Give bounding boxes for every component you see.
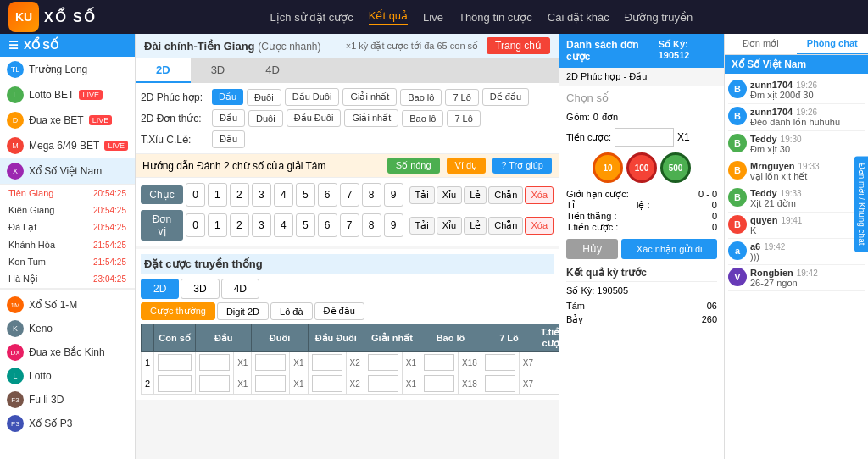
sub-item-keno[interactable]: K Keno: [0, 317, 135, 340]
tab-2d[interactable]: 2D: [136, 58, 191, 83]
dv-tai[interactable]: Tải: [409, 217, 435, 235]
chat-tab-don-moi[interactable]: Đơn mới: [725, 34, 797, 54]
chip-100[interactable]: 100: [626, 152, 657, 183]
btn-giai-nhat-ph[interactable]: Giải nhất: [342, 88, 397, 106]
trad-tab-3d[interactable]: 3D: [181, 279, 219, 299]
nav-lich-su[interactable]: Lịch sử đặt cược: [270, 11, 353, 24]
sidebar-item-lotto[interactable]: L Lotto BET LIVE: [0, 82, 135, 108]
chuc-xoa[interactable]: Xóa: [525, 186, 554, 204]
num-dv-9[interactable]: 9: [384, 213, 403, 237]
sub-item-xo-so-p3[interactable]: P3 Xổ Số P3: [0, 412, 135, 435]
sidebar-header[interactable]: ☰ XỔ SỐ: [0, 34, 135, 57]
num-dv-6[interactable]: 6: [318, 213, 337, 237]
nav-live[interactable]: Live: [423, 11, 443, 24]
num-chuc-3[interactable]: 3: [252, 183, 271, 207]
btn-so-nong[interactable]: Số nóng: [387, 158, 440, 174]
gn-input-2[interactable]: [368, 375, 398, 392]
sidebar-item-truong-long[interactable]: TL Trường Long: [0, 57, 135, 82]
trad-type-digit2d[interactable]: Digit 2D: [217, 302, 269, 320]
don-vi-label-btn[interactable]: Đơn vị: [141, 210, 183, 241]
duoi-input-2[interactable]: [255, 375, 286, 392]
sidebar-item-mega[interactable]: M Mega 6/49 BET LIVE: [0, 133, 135, 158]
trad-tab-2d[interactable]: 2D: [141, 279, 179, 299]
chuc-chan[interactable]: Chẵn: [488, 186, 523, 204]
dv-xoa[interactable]: Xóa: [525, 217, 554, 235]
tien-cuoc-input[interactable]: [615, 128, 674, 147]
btn-7-lo-dt[interactable]: 7 Lô: [447, 110, 480, 127]
num-dv-1[interactable]: 1: [208, 213, 227, 237]
gn-input-1[interactable]: [368, 354, 398, 371]
num-chuc-8[interactable]: 8: [362, 183, 381, 207]
btn-7-lo-ph[interactable]: 7 Lô: [445, 89, 478, 106]
bao-lo-input-2[interactable]: [424, 375, 454, 392]
btn-duoi-ph[interactable]: Đuôi: [247, 89, 281, 106]
btn-duoi-dt[interactable]: Đuôi: [248, 110, 283, 127]
chip-500[interactable]: 500: [660, 152, 691, 183]
trad-type-de-dau[interactable]: Đề đầu: [314, 302, 364, 320]
num-chuc-5[interactable]: 5: [296, 183, 315, 207]
btn-dau-duoi-ph[interactable]: Đầu Đuôi: [285, 88, 340, 106]
num-dv-0[interactable]: 0: [186, 213, 205, 237]
con-so-input-1[interactable]: [158, 354, 192, 371]
dau-input-2[interactable]: [199, 375, 230, 392]
lottery-item-2[interactable]: Đà Lạt 20:54:25: [0, 218, 135, 236]
7lo-input-1[interactable]: [485, 354, 515, 371]
lottery-item-3[interactable]: Khánh Hòa 21:54:25: [0, 236, 135, 253]
sub-item-fuli3d[interactable]: F3 Fu li 3D: [0, 388, 135, 412]
btn-dau-dt[interactable]: Đầu: [212, 109, 245, 127]
home-button[interactable]: Trang chủ: [487, 37, 550, 54]
chuc-le[interactable]: Lẻ: [464, 186, 487, 204]
num-chuc-1[interactable]: 1: [208, 183, 227, 207]
side-tab-vertical[interactable]: Đơn mới / Khung chat: [854, 156, 868, 252]
bao-lo-input-1[interactable]: [424, 354, 454, 371]
cancel-button[interactable]: Hủy: [566, 239, 618, 259]
num-dv-2[interactable]: 2: [230, 213, 249, 237]
num-dv-7[interactable]: 7: [340, 213, 359, 237]
btn-dau-duoi-dt[interactable]: Đầu Đuôi: [287, 109, 342, 127]
btn-bao-lo-ph[interactable]: Bao lô: [400, 89, 442, 106]
chat-tab-phong-chat[interactable]: Phòng chat: [797, 34, 869, 54]
nav-duong-truyen[interactable]: Đường truyền: [625, 11, 693, 24]
tab-3d[interactable]: 3D: [191, 58, 246, 83]
btn-vi-du[interactable]: Ví dụ: [447, 158, 487, 174]
btn-de-dau-ph[interactable]: Đề đầu: [482, 88, 529, 106]
btn-giai-nhat-dt[interactable]: Giải nhất: [344, 109, 398, 127]
nav-thong-tin[interactable]: Thông tin cược: [459, 11, 532, 24]
chuc-tai[interactable]: Tải: [409, 186, 435, 204]
sidebar-item-xo-so[interactable]: X Xổ Số Việt Nam: [0, 158, 135, 184]
tab-4d[interactable]: 4D: [245, 58, 300, 83]
trad-type-lo-da[interactable]: Lô đà: [270, 302, 313, 320]
num-dv-5[interactable]: 5: [296, 213, 315, 237]
chip-10[interactable]: 10: [593, 152, 623, 183]
trad-tab-4d[interactable]: 4D: [221, 279, 259, 299]
num-chuc-9[interactable]: 9: [384, 183, 403, 207]
num-chuc-0[interactable]: 0: [186, 183, 205, 207]
sub-item-lotto[interactable]: L Lotto: [0, 364, 135, 388]
7lo-input-2[interactable]: [485, 375, 515, 392]
trad-type-cuoc-thuong[interactable]: Cược thường: [141, 302, 215, 320]
dau-duoi-input-1[interactable]: [312, 354, 342, 371]
duoi-input-1[interactable]: [255, 354, 286, 371]
btn-dau-xiu[interactable]: Đầu: [212, 130, 245, 148]
lottery-item-4[interactable]: Kon Tum 21:54:25: [0, 253, 135, 270]
num-chuc-4[interactable]: 4: [274, 183, 293, 207]
num-dv-8[interactable]: 8: [362, 213, 381, 237]
num-chuc-2[interactable]: 2: [230, 183, 249, 207]
chuc-xiu[interactable]: Xỉu: [437, 186, 462, 204]
btn-bao-lo-dt[interactable]: Bao lô: [402, 110, 443, 127]
lottery-item-1[interactable]: Kiên Giang 20:54:25: [0, 202, 135, 218]
dv-chan[interactable]: Chẵn: [488, 217, 523, 235]
btn-tro-giup[interactable]: ? Trợ giúp: [492, 158, 552, 174]
dau-input-1[interactable]: [199, 354, 230, 371]
num-chuc-6[interactable]: 6: [318, 183, 337, 207]
con-so-input-2[interactable]: [158, 375, 192, 392]
nav-ket-qua[interactable]: Kết quả: [369, 9, 408, 25]
dv-xiu[interactable]: Xỉu: [437, 217, 462, 235]
btn-dau-ph[interactable]: Đầu: [212, 89, 243, 105]
lottery-item-0[interactable]: Tiên Giang 20:54:25: [0, 185, 135, 202]
dv-le[interactable]: Lẻ: [464, 217, 487, 235]
dau-duoi-input-2[interactable]: [312, 375, 342, 392]
sub-item-dua-xe-bk[interactable]: DX Đua xe Bắc Kinh: [0, 340, 135, 364]
sidebar-item-dua-xe[interactable]: D Đua xe BET LIVE: [0, 108, 135, 133]
num-dv-3[interactable]: 3: [252, 213, 271, 237]
